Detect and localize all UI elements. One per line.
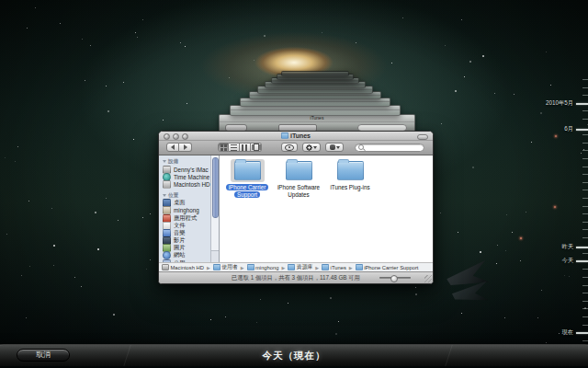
extra-dropdown-button[interactable] bbox=[325, 143, 344, 152]
timeline-tick[interactable] bbox=[582, 213, 588, 214]
star bbox=[150, 259, 151, 260]
star bbox=[85, 80, 85, 81]
star bbox=[21, 275, 22, 276]
star bbox=[97, 248, 99, 250]
slider-knob[interactable] bbox=[390, 275, 398, 282]
toolbar-toggle-button[interactable] bbox=[417, 134, 428, 141]
timeline-tick-labeled[interactable]: 2010年5月 bbox=[576, 103, 588, 105]
search-input[interactable] bbox=[364, 144, 421, 150]
resize-grip[interactable] bbox=[424, 275, 432, 282]
stacked-finder-window[interactable]: iTunes bbox=[219, 114, 415, 132]
timeline-tick[interactable] bbox=[582, 222, 588, 223]
star bbox=[17, 146, 18, 147]
list-view-button[interactable] bbox=[229, 143, 240, 152]
star bbox=[461, 313, 462, 314]
star bbox=[440, 213, 441, 213]
sidebar-item-label: 公用 bbox=[174, 259, 186, 262]
timeline-tick-labeled[interactable]: 現在 bbox=[576, 332, 588, 334]
timeline-tick[interactable] bbox=[582, 198, 588, 199]
sidebar-scrollbar[interactable] bbox=[210, 155, 219, 262]
star bbox=[137, 37, 138, 38]
breadcrumb-item[interactable]: iTunes bbox=[322, 264, 346, 270]
breadcrumb-item[interactable]: 使用者 bbox=[213, 263, 238, 271]
breadcrumb-item[interactable]: minghong bbox=[247, 264, 279, 270]
scrollbar-arrows[interactable] bbox=[211, 250, 219, 262]
star bbox=[531, 142, 532, 143]
window-titlebar-line bbox=[282, 72, 348, 75]
timeline-tick[interactable] bbox=[582, 285, 588, 286]
timeline-tick[interactable] bbox=[582, 308, 588, 309]
timeline-tick[interactable] bbox=[582, 158, 588, 159]
timeline-tick[interactable] bbox=[582, 206, 588, 207]
sidebar-item-label: 桌面 bbox=[174, 199, 186, 207]
star bbox=[356, 42, 356, 43]
icon-size-slider[interactable] bbox=[379, 277, 411, 279]
timeline-tick[interactable] bbox=[582, 237, 588, 238]
timeline-tick[interactable] bbox=[582, 79, 588, 80]
icon-view-button[interactable] bbox=[218, 143, 229, 152]
breadcrumb-item[interactable]: iPhone Carrier Support bbox=[356, 264, 419, 270]
timeline-label: 6月 bbox=[564, 125, 573, 133]
star bbox=[15, 161, 16, 162]
timeline-label: 2010年5月 bbox=[546, 99, 573, 108]
star bbox=[505, 250, 506, 251]
star bbox=[106, 86, 107, 86]
star bbox=[60, 23, 61, 24]
star bbox=[330, 297, 332, 299]
timeline-tick[interactable] bbox=[582, 174, 588, 175]
star bbox=[51, 208, 52, 209]
star bbox=[559, 333, 560, 334]
star bbox=[254, 60, 254, 61]
forward-button[interactable] bbox=[179, 143, 192, 152]
timeline-tick-labeled[interactable]: 昨天 bbox=[576, 247, 588, 248]
file-item[interactable]: iPhone Software Updates bbox=[273, 159, 324, 198]
timeline-tick[interactable] bbox=[582, 87, 588, 88]
timeline-tick[interactable] bbox=[582, 190, 588, 190]
status-bar: 已選取 1 個項目，共有 3 個項目，117.48 GB 可用 bbox=[159, 271, 433, 283]
timeline-tick-labeled[interactable]: 今天 bbox=[576, 260, 588, 262]
timeline-tick[interactable] bbox=[582, 253, 588, 254]
timeline-tick[interactable] bbox=[582, 293, 588, 293]
timeline-tick[interactable] bbox=[582, 150, 588, 151]
timeline-tick-labeled[interactable]: 6月 bbox=[576, 129, 588, 131]
breadcrumb-item[interactable]: 資源庫 bbox=[288, 263, 312, 271]
timeline-label: 昨天 bbox=[561, 243, 573, 251]
timeline-tick[interactable] bbox=[582, 277, 588, 278]
finder-window[interactable]: iTunes 設備Denny's iMacTime MachineMacinto… bbox=[158, 131, 434, 284]
timeline-tick[interactable] bbox=[582, 143, 588, 144]
star bbox=[150, 213, 151, 214]
star bbox=[113, 314, 115, 316]
column-view-button[interactable] bbox=[240, 143, 251, 152]
disclosure-triangle-icon[interactable] bbox=[163, 160, 166, 165]
timeline-tick[interactable] bbox=[582, 316, 588, 317]
star bbox=[537, 317, 538, 318]
action-menu-button[interactable] bbox=[302, 143, 321, 152]
timeline-tick[interactable] bbox=[582, 269, 588, 270]
timeline-tick[interactable] bbox=[582, 95, 588, 96]
sidebar-item-label: Denny's iMac bbox=[174, 167, 209, 173]
star bbox=[29, 266, 30, 267]
timeline-tick[interactable] bbox=[582, 167, 588, 167]
breadcrumb-separator-icon: ▶ bbox=[281, 265, 285, 270]
search-field[interactable] bbox=[355, 144, 424, 152]
timeline-tick[interactable] bbox=[582, 134, 588, 135]
breadcrumb-item[interactable]: Macintosh HD bbox=[162, 264, 204, 270]
timeline-tick[interactable] bbox=[582, 340, 588, 341]
star bbox=[53, 245, 55, 247]
coverflow-view-button[interactable] bbox=[251, 143, 262, 152]
timeline-tick[interactable] bbox=[582, 182, 588, 183]
file-item[interactable]: iTunes Plug-ins bbox=[324, 159, 376, 191]
timeline-tick[interactable] bbox=[582, 325, 588, 326]
disclosure-triangle-icon[interactable] bbox=[163, 194, 166, 199]
timeline-tick[interactable] bbox=[582, 119, 588, 120]
stacked-finder-window[interactable] bbox=[281, 71, 349, 76]
scrollbar-thumb[interactable] bbox=[212, 157, 219, 218]
back-button[interactable] bbox=[166, 143, 179, 152]
file-item[interactable]: iPhone Carrier Support bbox=[221, 159, 273, 198]
timeline-tick[interactable] bbox=[582, 301, 588, 302]
timeline-tick[interactable] bbox=[582, 229, 588, 230]
quick-look-button[interactable] bbox=[281, 143, 298, 152]
title-bar[interactable]: iTunes bbox=[159, 132, 433, 141]
timeline-tick[interactable] bbox=[582, 110, 588, 111]
icon-view-icon bbox=[220, 144, 223, 147]
